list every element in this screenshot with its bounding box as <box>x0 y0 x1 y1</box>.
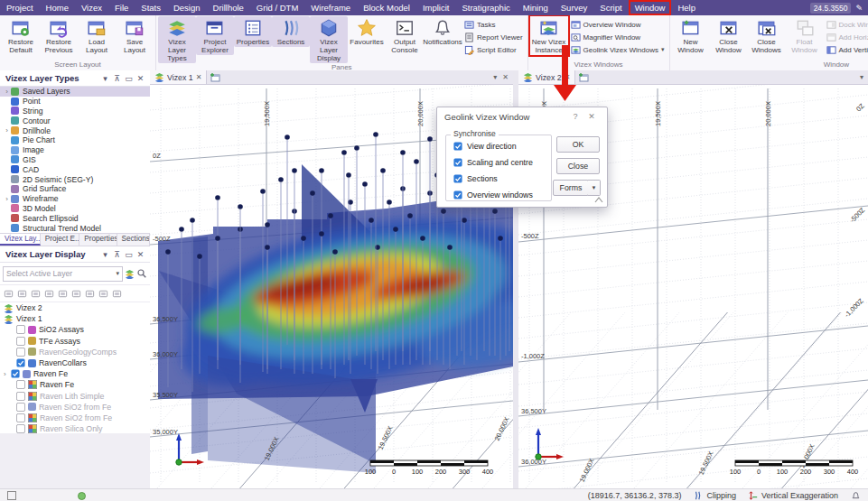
expander-icon[interactable]: › <box>3 88 11 96</box>
layer-checkbox[interactable] <box>16 403 25 412</box>
close-icon[interactable]: ✕ <box>135 74 146 83</box>
checkbox-view-direction[interactable]: View direction <box>453 142 517 151</box>
layer-display-item[interactable]: Raven Lith Simple <box>0 391 150 402</box>
menu-tab-vizex[interactable]: Vizex <box>75 0 108 15</box>
layer-type-item[interactable]: 2D Seismic (SEG-Y) <box>0 174 150 184</box>
layer-checkbox[interactable] <box>16 325 25 334</box>
close-windows-button[interactable]: Close Windows <box>748 16 786 55</box>
panel-menu-icon[interactable]: ▾ <box>99 250 111 259</box>
chevron-down-icon[interactable]: ▾ <box>493 73 497 81</box>
layer-display-item[interactable]: SiO2 Assays <box>0 324 150 335</box>
layer-display-item[interactable]: RavenGeologyComps <box>0 347 150 357</box>
tab-vizex1[interactable]: Vizex 1 ✕ <box>150 70 207 84</box>
layer-type-item[interactable]: Point <box>0 97 150 107</box>
expander-icon[interactable]: › <box>4 370 11 378</box>
layer-checkbox[interactable] <box>16 413 25 422</box>
menu-tab-block-model[interactable]: Block Model <box>357 0 416 15</box>
expander-icon[interactable]: › <box>3 195 11 203</box>
select-icon[interactable] <box>31 289 41 299</box>
help-button[interactable]: ? <box>567 112 583 121</box>
menu-tab-file[interactable]: File <box>108 0 135 15</box>
restore-default-button[interactable]: Restore Default <box>2 16 40 55</box>
add-vertical-tab-group-button[interactable]: Add Vertical Tab Group <box>826 44 868 55</box>
notification-bell-icon[interactable] <box>851 491 861 501</box>
maximize-icon[interactable]: ▭ <box>123 250 135 259</box>
new-tab-button[interactable] <box>207 70 223 84</box>
menu-tab-stratigraphic[interactable]: Stratigraphic <box>455 0 516 15</box>
menu-tab-stats[interactable]: Stats <box>135 0 167 15</box>
layer-checkbox[interactable] <box>16 424 25 433</box>
tab-close-icon[interactable]: ✕ <box>196 73 202 81</box>
project-explorer-button[interactable]: Project Explorer <box>196 16 234 55</box>
tasks-button[interactable]: Tasks <box>464 19 523 30</box>
output-console-button[interactable]: Output Console <box>386 16 424 55</box>
layer-type-item[interactable]: Search Ellipsoid <box>0 213 150 223</box>
layer-display-item[interactable]: › Raven Fe <box>0 368 150 379</box>
layer-type-item[interactable]: CAD <box>0 164 150 174</box>
sections-button[interactable]: Sections <box>272 16 310 47</box>
menu-tab-home[interactable]: Home <box>40 0 75 15</box>
vertical-exaggeration-control[interactable]: Vertical Exaggeration <box>749 491 838 500</box>
new-window-button[interactable]: New Window <box>672 16 710 55</box>
layer-type-item[interactable]: › Wireframe <box>0 194 150 204</box>
layer-type-item[interactable]: Contour <box>0 116 150 125</box>
notifications-button[interactable]: Notifications <box>424 16 462 47</box>
sections-icon[interactable] <box>58 289 68 299</box>
sidebar-tab-projecte[interactable]: Project E... <box>41 234 80 246</box>
layer-type-item[interactable]: Grid Surface <box>0 184 150 194</box>
layer-type-item[interactable]: Structural Trend Model <box>0 223 150 233</box>
layer-checkbox[interactable] <box>16 392 25 401</box>
checkbox-overview-windows[interactable]: Overview windows <box>453 190 533 199</box>
sidebar-tab-sections[interactable]: Sections <box>117 234 150 246</box>
copy-icon[interactable] <box>71 289 81 299</box>
menu-tab-design[interactable]: Design <box>167 0 207 15</box>
menu-tab-drillhole[interactable]: Drillhole <box>207 0 250 15</box>
layer-checkbox[interactable] <box>16 348 25 357</box>
layer-display-item[interactable]: RavenCollars <box>0 357 150 368</box>
layer-checkbox[interactable] <box>16 337 25 346</box>
save-layout-button[interactable]: Save Layout <box>116 16 154 55</box>
vizex-layer-types-button[interactable]: Vizex Layer Types <box>158 16 196 63</box>
ok-button[interactable]: OK <box>556 136 600 153</box>
selection-mode-icon[interactable] <box>7 491 16 500</box>
properties-button[interactable]: Properties <box>234 16 272 47</box>
menu-tab-script[interactable]: Script <box>593 0 628 15</box>
pin-icon[interactable]: ⊼ <box>111 250 123 259</box>
active-layer-combobox[interactable]: Select Active Layer ▾ <box>3 266 123 282</box>
geolink-vizex-windows-button[interactable]: Geolink Vizex Windows▾ <box>571 44 665 55</box>
menu-tab-mining[interactable]: Mining <box>517 0 555 15</box>
load-layout-button[interactable]: Load Layout <box>78 16 116 55</box>
layer-type-item[interactable]: › Saved Layers <box>0 87 150 97</box>
checkbox-sections[interactable]: Sections <box>453 174 498 183</box>
tab-close-icon[interactable]: ✕ <box>565 73 571 81</box>
search-button[interactable] <box>136 268 147 279</box>
layer-checkbox[interactable] <box>11 369 20 378</box>
layer-display-item[interactable]: Vizex 1 <box>0 313 150 324</box>
vizex-layer-display-button[interactable]: Vizex Layer Display <box>310 16 348 63</box>
group-icon[interactable] <box>85 289 95 299</box>
dock-window-button[interactable]: Dock Window <box>826 19 868 30</box>
layer-display-item[interactable]: Raven SiO2 from Fe <box>0 402 150 413</box>
chevron-down-icon[interactable]: ▾ <box>860 73 863 81</box>
menu-tab-window[interactable]: Window <box>629 0 672 15</box>
clipping-control[interactable]: Clipping <box>694 491 736 500</box>
layer-type-item[interactable]: String <box>0 107 150 116</box>
close-icon[interactable]: ✕ <box>502 73 509 81</box>
new-tab-button[interactable] <box>575 70 592 84</box>
menu-tab-project[interactable]: Project <box>0 0 40 15</box>
sidebar-tab-vizexlay[interactable]: Vizex Lay... <box>0 234 41 246</box>
menu-tab-grid-dtm[interactable]: Grid / DTM <box>250 0 304 15</box>
close-window-button[interactable]: Close Window <box>710 16 748 55</box>
pin-icon[interactable]: ⊼ <box>111 74 123 83</box>
more-icon[interactable] <box>112 289 122 299</box>
forms-button[interactable]: Forms <box>553 180 589 196</box>
layer-type-item[interactable]: › Drillhole <box>0 125 150 135</box>
layer-display-item[interactable]: Vizex 2 <box>0 302 150 313</box>
layers-button[interactable] <box>125 269 135 279</box>
pencil-icon[interactable]: ✎ <box>855 4 863 13</box>
layer-type-item[interactable]: Image <box>0 145 150 155</box>
menu-tab-wireframe[interactable]: Wireframe <box>304 0 357 15</box>
tab-vizex2[interactable]: Vizex 2 ✕ <box>518 70 575 84</box>
layer-type-item[interactable]: Pie Chart <box>0 135 150 145</box>
dialog-close-button[interactable]: ✕ <box>583 112 600 121</box>
